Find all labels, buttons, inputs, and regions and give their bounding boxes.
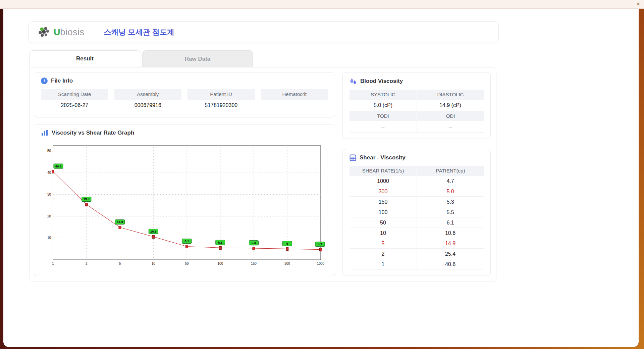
file-info-fields: Scanning Date2025-06-27Assembly000679916… <box>41 89 328 111</box>
svg-text:50: 50 <box>47 149 51 153</box>
graph-card: Viscosity vs Shear Rate Graph 1020304050… <box>34 124 335 276</box>
graph-title: Viscosity vs Shear Rate Graph <box>52 130 134 136</box>
window-titlebar: ✕ <box>0 0 644 9</box>
svg-text:40: 40 <box>47 171 51 174</box>
ubiosis-logo-icon <box>38 26 52 39</box>
right-column: Blood Viscosity SYSTOLICDIASTOLIC5.0 (cP… <box>342 72 491 276</box>
shear-rate-cell: 100 <box>350 207 417 217</box>
close-icon[interactable]: ✕ <box>636 1 640 7</box>
shear-rate-cell: 5 <box>350 238 417 249</box>
svg-text:6.1: 6.1 <box>184 239 189 243</box>
bv-value-cell: – <box>350 121 417 133</box>
svg-text:25.4: 25.4 <box>84 197 90 201</box>
tab-raw-data[interactable]: Raw Data <box>142 50 253 67</box>
calculator-icon <box>350 154 356 161</box>
bv-header-cell: TODI <box>350 111 417 121</box>
patient-cell: 5.5 <box>417 207 484 217</box>
svg-text:30: 30 <box>47 193 51 196</box>
svg-text:100: 100 <box>217 262 223 265</box>
file-info-title: File Info <box>51 78 73 84</box>
shear-viscosity-card: Shear - Viscosity SHEAR RATE(1/s)PATIENT… <box>342 149 491 276</box>
file-info-field: Assembly000679916 <box>114 89 182 111</box>
blood-viscosity-title: Blood Viscosity <box>360 78 403 85</box>
svg-text:10.6: 10.6 <box>150 230 157 233</box>
patient-cell: 14.9 <box>417 238 484 249</box>
svg-text:1: 1 <box>52 262 54 265</box>
patient-cell: 5.0 <box>417 186 484 197</box>
field-label: Scanning Date <box>41 89 108 100</box>
app-title: 스캐닝 모세관 점도계 <box>104 27 174 37</box>
svg-text:2: 2 <box>86 262 88 265</box>
desktop-background: ✕ Ubiosis 스캐닝 모세관 점도계 Result Raw Data <box>0 0 644 349</box>
patient-cell: 10.6 <box>417 228 484 238</box>
bv-value-cell: 14.9 (cP) <box>417 100 484 111</box>
field-value: 000679916 <box>114 100 182 111</box>
app-window: Ubiosis 스캐닝 모세관 점도계 Result Raw Data i Fi… <box>3 9 639 347</box>
bv-value-cell: – <box>417 121 484 133</box>
field-label: Assembly <box>114 89 182 100</box>
svg-text:300: 300 <box>284 262 290 265</box>
file-info-field: Patient ID51781920300 <box>187 89 255 111</box>
droplets-icon <box>350 78 357 85</box>
blood-viscosity-grid: SYSTOLICDIASTOLIC5.0 (cP)14.9 (cP)TODIOD… <box>350 90 484 133</box>
svg-text:50: 50 <box>185 262 189 265</box>
tab-result[interactable]: Result <box>30 50 140 67</box>
field-value <box>261 100 328 111</box>
bv-header-cell: SYSTOLIC <box>350 90 417 100</box>
svg-text:5.3: 5.3 <box>252 241 256 245</box>
shear-rate-cell: 1000 <box>350 176 417 186</box>
svg-text:5: 5 <box>119 262 121 265</box>
result-panel: i File Info Scanning Date2025-06-27Assem… <box>30 67 496 282</box>
svg-text:20: 20 <box>47 214 51 218</box>
svg-text:4.7: 4.7 <box>318 242 322 246</box>
blood-viscosity-title-row: Blood Viscosity <box>350 78 484 85</box>
svg-text:5: 5 <box>286 242 288 245</box>
shear-viscosity-title: Shear - Viscosity <box>360 154 406 161</box>
viscosity-chart-svg: 10203040501251050100150300100040.625.414… <box>41 141 326 268</box>
graph-title-row: Viscosity vs Shear Rate Graph <box>41 130 328 136</box>
svg-text:10: 10 <box>152 262 156 265</box>
bv-header-cell: DIASTOLIC <box>417 90 484 100</box>
patient-cell: 25.4 <box>417 249 484 259</box>
field-value: 2025-06-27 <box>41 100 108 111</box>
tab-bar: Result Raw Data <box>30 50 639 67</box>
bar-chart-icon <box>41 130 48 136</box>
left-column: i File Info Scanning Date2025-06-27Assem… <box>34 72 335 276</box>
svg-text:5.5: 5.5 <box>218 241 223 244</box>
info-icon: i <box>41 78 48 84</box>
svg-text:10: 10 <box>47 236 51 240</box>
shear-rate-cell: 50 <box>350 217 417 228</box>
bv-header-cell: ODI <box>417 111 484 121</box>
shear-viscosity-title-row: Shear - Viscosity <box>350 154 484 161</box>
brand-logo: Ubiosis <box>38 26 85 39</box>
column-header: SHEAR RATE(1/s) <box>350 166 417 176</box>
header-card: Ubiosis 스캐닝 모세관 점도계 <box>29 21 499 43</box>
patient-cell: 40.6 <box>417 259 484 269</box>
file-info-field: Hematocrit <box>261 89 328 111</box>
shear-rate-cell: 10 <box>350 228 417 238</box>
brand-letters-rest: biosis <box>60 27 85 37</box>
brand-text: Ubiosis <box>54 27 85 38</box>
field-label: Hematocrit <box>261 89 328 100</box>
viscosity-chart: 10203040501251050100150300100040.625.414… <box>41 141 328 270</box>
patient-cell: 6.1 <box>417 217 484 228</box>
svg-text:1000: 1000 <box>317 262 325 265</box>
field-label: Patient ID <box>187 89 255 100</box>
shear-rate-cell: 2 <box>350 249 417 259</box>
blood-viscosity-card: Blood Viscosity SYSTOLICDIASTOLIC5.0 (cP… <box>342 72 491 139</box>
shear-rate-cell: 1 <box>350 259 417 269</box>
svg-text:40.6: 40.6 <box>55 164 62 168</box>
shear-rate-cell: 150 <box>350 197 417 207</box>
file-info-title-row: i File Info <box>41 78 328 84</box>
patient-cell: 5.3 <box>417 197 484 207</box>
file-info-card: i File Info Scanning Date2025-06-27Assem… <box>34 72 335 117</box>
patient-cell: 4.7 <box>417 176 484 186</box>
column-header: PATIENT(cp) <box>417 166 484 176</box>
bv-value-cell: 5.0 (cP) <box>350 100 417 111</box>
shear-rate-cell: 300 <box>350 186 417 197</box>
svg-text:150: 150 <box>251 262 257 265</box>
svg-text:14.9: 14.9 <box>117 220 123 224</box>
shear-viscosity-table: SHEAR RATE(1/s)PATIENT(cp)10004.73005.01… <box>350 166 484 269</box>
brand-letter-u: U <box>54 27 60 37</box>
file-info-field: Scanning Date2025-06-27 <box>41 89 108 111</box>
